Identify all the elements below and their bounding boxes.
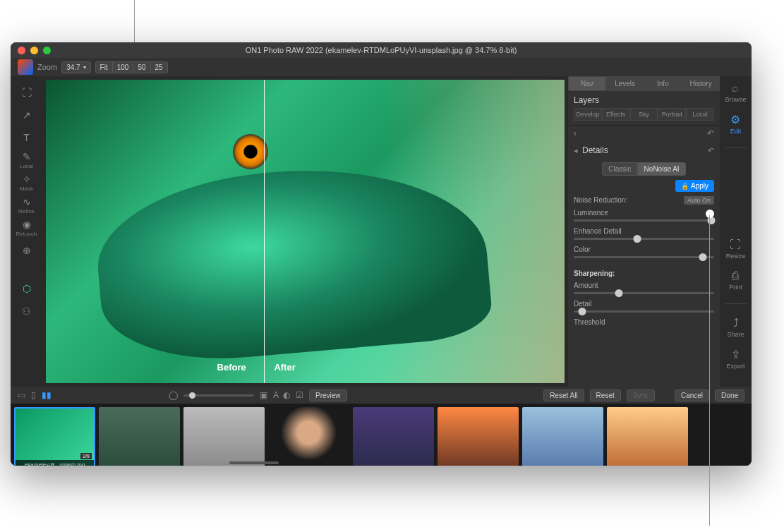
luminance-slider[interactable]: Luminance [568, 207, 720, 226]
minimize-icon[interactable] [30, 47, 38, 54]
enhance-slider[interactable]: Enhance Detail [568, 226, 720, 244]
tab-sky[interactable]: Sky [630, 108, 658, 121]
reset-all-button[interactable]: Reset All [543, 389, 584, 401]
share-button[interactable]: ⤴Share [727, 317, 744, 338]
mode-toggle: Classic NoNoise AI [574, 162, 714, 176]
print-button[interactable]: ⎙Print [729, 270, 742, 291]
callout-dot-2 [706, 210, 714, 218]
thumbnail-filename: ekamelev-R...splash.jpg [16, 460, 94, 466]
magnify-icon: ⊕ [23, 245, 31, 256]
share-icon: ⤴ [733, 317, 739, 330]
sync-button[interactable]: Sync [627, 389, 655, 401]
maximize-icon[interactable] [43, 47, 51, 54]
clipping-icon[interactable]: ☑ [296, 390, 303, 400]
close-icon[interactable] [18, 47, 25, 54]
mask-icon: ✧ [23, 174, 31, 185]
text-tool[interactable]: T [13, 127, 41, 148]
details-header[interactable]: Details ↶ [568, 141, 720, 159]
canvas-area: Before After [42, 76, 568, 387]
reset-icon[interactable]: ↶ [708, 146, 714, 155]
zoom-100-button[interactable]: 100 [112, 61, 133, 73]
apply-button[interactable]: Apply [675, 180, 714, 192]
brush-icon: ✎ [23, 151, 31, 162]
amount-slider[interactable]: Amount [568, 280, 720, 298]
before-after-divider[interactable] [264, 80, 265, 383]
preview-button[interactable]: Preview [309, 389, 347, 401]
image-canvas[interactable]: Before After [46, 80, 565, 383]
titlebar: ON1 Photo RAW 2022 (ekamelev-RTDMLoPUyVI… [11, 42, 752, 58]
magnify-tool[interactable]: ⊕ [13, 240, 41, 261]
auto-on-toggle[interactable]: Auto On [684, 196, 714, 205]
window-controls [18, 47, 51, 54]
refine-tool[interactable]: ∿Refine [13, 195, 41, 216]
refine-icon: ∿ [23, 196, 31, 207]
photo-preview: Before After [46, 80, 565, 383]
browse-button[interactable]: ⌕Browse [725, 82, 746, 103]
callout-line-bottom [709, 215, 710, 526]
export-button[interactable]: ⇪Export [726, 348, 744, 370]
mask-view-icon[interactable]: ▣ [260, 390, 267, 400]
zoom-50-button[interactable]: 50 [133, 61, 150, 73]
move-tool[interactable]: ↗ [13, 104, 41, 126]
resize-button[interactable]: ⛶Resize [726, 238, 746, 260]
crop-icon: ⛶ [22, 87, 32, 98]
circle-icon[interactable]: ◯ [169, 390, 178, 400]
zoom-select[interactable]: 34.7 [61, 61, 90, 73]
before-label: Before [217, 362, 246, 373]
print-icon: ⎙ [732, 270, 739, 282]
noise-reduction-row: Noise Reduction: Auto On [568, 193, 720, 207]
far-right-bar: ⌕Browse ⚙Edit ⛶Resize ⎙Print ⤴Share ⇪Exp… [720, 76, 752, 387]
thumbnail-4[interactable] [268, 407, 349, 466]
contrast-icon[interactable]: A [273, 390, 277, 400]
edit-button[interactable]: ⚙Edit [730, 113, 742, 135]
back-icon[interactable]: ‹ [574, 128, 577, 138]
person-tool[interactable]: ⚇ [13, 301, 41, 322]
zoom-fit-button[interactable]: Fit [95, 61, 112, 73]
thumbnail-2[interactable] [99, 407, 180, 466]
mask-tool[interactable]: ✧Mask [13, 172, 41, 193]
resize-icon: ⛶ [730, 238, 741, 251]
retouch-tool[interactable]: ◉Retouch [13, 217, 41, 238]
mode-nonoise[interactable]: NoNoise AI [638, 162, 686, 176]
tab-local[interactable]: Local [686, 108, 714, 121]
reset-button[interactable]: Reset [590, 389, 621, 401]
thumbnail-1[interactable]: 2/9 ekamelev-R...splash.jpg [14, 407, 95, 466]
retouch-icon: ◉ [23, 219, 31, 230]
undo-icon[interactable]: ↶ [707, 128, 714, 138]
thumbnail-6[interactable] [438, 407, 519, 466]
app-logo-icon[interactable] [18, 59, 33, 75]
tab-develop[interactable]: Develop [574, 108, 602, 121]
done-button[interactable]: Done [715, 389, 744, 401]
thumbnail-3[interactable] [183, 407, 265, 466]
opacity-slider[interactable] [183, 394, 254, 397]
threshold-slider[interactable]: Threshold [568, 317, 720, 330]
compare-icon[interactable]: ▯ [31, 390, 36, 400]
tab-history[interactable]: History [682, 76, 720, 91]
softproof-icon[interactable]: ◐ [283, 390, 290, 400]
zoom-25-button[interactable]: 25 [150, 61, 168, 73]
tab-portrait[interactable]: Portrait [658, 108, 686, 121]
bottom-bar: ▭ ▯ ▮▮ ◯ ▣ A ◐ ☑ Preview Reset All Reset… [11, 387, 752, 404]
tab-effects[interactable]: Effects [602, 108, 630, 121]
local-tool[interactable]: ✎Local [13, 150, 41, 171]
cancel-button[interactable]: Cancel [675, 389, 709, 401]
crop-tool[interactable]: ⛶ [13, 82, 41, 103]
tab-info[interactable]: Info [644, 76, 682, 91]
detail-slider[interactable]: Detail [568, 298, 720, 317]
split-icon[interactable]: ▮▮ [42, 390, 52, 400]
thumbnail-5[interactable] [353, 407, 434, 466]
text-icon: T [23, 132, 30, 143]
tab-nav[interactable]: Nav [568, 76, 606, 91]
arrow-icon: ↗ [23, 109, 31, 121]
thumbnail-7[interactable] [522, 407, 603, 466]
tab-levels[interactable]: Levels [606, 76, 644, 91]
tag-tool[interactable]: ⬡ [13, 278, 41, 299]
layers-section: Layers Develop Effects Sky Portrait Loca… [568, 91, 720, 126]
panel-tabs: Nav Levels Info History [568, 76, 720, 91]
mode-classic[interactable]: Classic [602, 162, 637, 176]
thumbnail-8[interactable] [607, 407, 688, 466]
color-slider[interactable]: Color [568, 244, 720, 262]
scrollbar-handle[interactable] [229, 461, 279, 464]
filmstrip-icon[interactable]: ▭ [18, 390, 25, 400]
window-title: ON1 Photo RAW 2022 (ekamelev-RTDMLoPUyVI… [246, 46, 517, 54]
